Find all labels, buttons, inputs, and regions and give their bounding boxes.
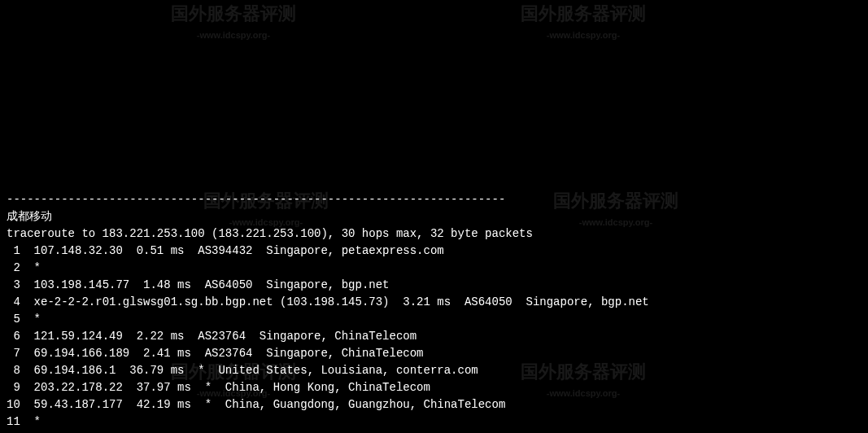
hop-row: 8 69.194.186.1 36.79 ms * United States,… — [7, 364, 478, 377]
hop-row: 4 xe-2-2-2.r01.glswsg01.sg.bb.bgp.net (1… — [7, 295, 649, 308]
hop-row: 6 121.59.124.49 2.22 ms AS23764 Singapor… — [7, 330, 417, 343]
watermark: 国外服务器评测-www.idcspy.org- — [521, 0, 646, 42]
hop-row: 11 * — [7, 415, 41, 428]
divider-line: ----------------------------------------… — [7, 193, 505, 206]
hop-row: 10 59.43.187.177 42.19 ms * China, Guang… — [7, 398, 505, 411]
hop-row: 2 * — [7, 261, 41, 274]
hop-row: 9 203.22.178.22 37.97 ms * China, Hong K… — [7, 381, 430, 394]
terminal-output: ----------------------------------------… — [7, 191, 861, 433]
hop-row: 3 103.198.145.77 1.48 ms AS64050 Singapo… — [7, 278, 390, 291]
hop-row: 5 * — [7, 313, 41, 326]
traceroute-header: traceroute to 183.221.253.100 (183.221.2… — [7, 227, 533, 240]
hop-row: 7 69.194.166.189 2.41 ms AS23764 Singapo… — [7, 347, 424, 360]
watermark: 国外服务器评测-www.idcspy.org- — [171, 0, 296, 42]
hop-row: 1 107.148.32.30 0.51 ms AS394432 Singapo… — [7, 244, 444, 257]
title-line: 成都移动 — [7, 210, 52, 223]
